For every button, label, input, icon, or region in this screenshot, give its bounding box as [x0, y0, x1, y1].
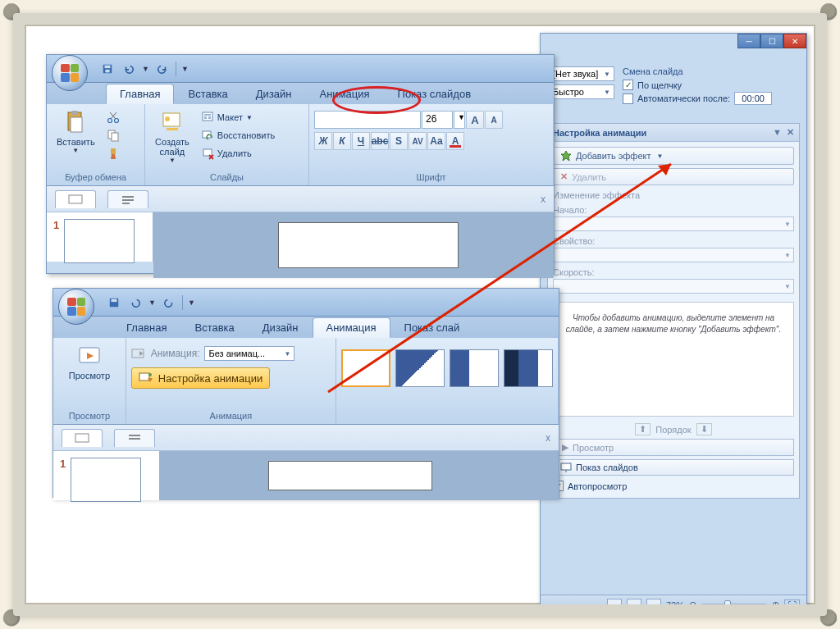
underline-button[interactable]: Ч	[352, 132, 370, 150]
redo-icon[interactable]	[154, 61, 171, 77]
case-button[interactable]: Aa	[427, 132, 445, 150]
sound-combo[interactable]: [Нет звука]▼	[549, 66, 614, 81]
auto-after-time[interactable]: 00:00	[734, 92, 772, 105]
play-button[interactable]: ▶ Просмотр	[553, 439, 794, 456]
save-icon[interactable]	[99, 61, 116, 77]
slide-thumbnail[interactable]: 1	[53, 219, 146, 263]
normal-view-icon[interactable]	[607, 599, 622, 612]
tab-slideshow[interactable]: Показ слайдов	[384, 84, 486, 104]
tab-animation[interactable]: Анимация	[306, 84, 384, 104]
outline-tab[interactable]	[114, 429, 155, 447]
svg-rect-5	[105, 69, 109, 72]
tab-home[interactable]: Главная	[112, 317, 180, 338]
paste-button[interactable]: Вставить ▼	[52, 106, 100, 157]
outline-tab[interactable]	[107, 190, 148, 208]
svg-rect-24	[203, 149, 212, 156]
sound-value: [Нет звука]	[553, 69, 598, 79]
tab-design[interactable]: Дизайн	[242, 84, 306, 104]
undo-icon[interactable]	[121, 61, 137, 77]
screenshot-animation-ribbon: ▼ ▼ Главная Вставка Дизайн Анимация Пока…	[52, 288, 559, 498]
tab-home[interactable]: Главная	[106, 84, 174, 104]
zoom-slider[interactable]	[701, 604, 767, 607]
reset-button[interactable]: Восстановить	[198, 127, 278, 144]
spacing-button[interactable]: AV	[409, 132, 427, 150]
svg-rect-7	[71, 111, 78, 115]
undo-icon[interactable]	[127, 294, 144, 311]
svg-rect-1	[561, 463, 571, 470]
start-label: Начало:	[553, 205, 794, 215]
minimize-button[interactable]: ─	[737, 34, 760, 48]
svg-point-17	[165, 116, 170, 121]
transition-thumb[interactable]	[450, 349, 499, 387]
add-effect-label: Добавить эффект	[576, 151, 651, 161]
office-button[interactable]	[58, 289, 94, 325]
save-icon[interactable]	[106, 294, 122, 311]
autopreview-checkbox[interactable]: ✓Автопросмотр	[553, 481, 794, 491]
shrink-font-button[interactable]: A	[485, 111, 503, 129]
transition-none[interactable]	[341, 349, 390, 387]
slideshow-view-icon[interactable]	[646, 599, 661, 612]
copy-button[interactable]	[103, 127, 123, 144]
fit-icon[interactable]: ⛶	[784, 599, 800, 611]
outline-close[interactable]: x	[546, 432, 550, 444]
transition-thumb[interactable]	[395, 349, 445, 387]
font-size-combo[interactable]: 26	[422, 111, 453, 129]
qat-customize-icon[interactable]: ▼	[188, 299, 195, 307]
on-click-label: По щелчку	[637, 80, 682, 90]
new-slide-button[interactable]: Создать слайд ▼	[150, 106, 194, 167]
taskpane-menu-icon[interactable]: ▼	[773, 127, 782, 138]
animation-label: Анимация:	[151, 348, 200, 359]
slide-number: 1	[53, 219, 59, 231]
modify-effect-label: Изменение эффекта	[553, 190, 794, 200]
tab-slideshow[interactable]: Показ слай	[390, 317, 474, 338]
tab-animation[interactable]: Анимация	[313, 317, 390, 338]
office-button[interactable]	[52, 55, 88, 91]
close-button[interactable]: ✕	[783, 34, 806, 48]
zoom-in-icon[interactable]: ⊕	[772, 599, 779, 610]
redo-icon[interactable]	[161, 294, 177, 311]
slide-canvas[interactable]	[268, 461, 432, 490]
new-slide-label: Создать слайд	[155, 137, 189, 157]
slides-tab[interactable]	[62, 429, 103, 447]
maximize-button[interactable]: ☐	[760, 34, 783, 48]
strike-button[interactable]: abc	[371, 132, 389, 150]
taskpane-close-icon[interactable]: ✕	[787, 127, 794, 138]
layout-button[interactable]: Макет ▼	[198, 109, 278, 125]
transition-thumb[interactable]	[504, 349, 553, 387]
preview-button[interactable]: Просмотр	[64, 340, 115, 384]
slide-canvas[interactable]	[278, 222, 459, 268]
cut-button[interactable]	[103, 109, 123, 125]
font-size-dropdown[interactable]: ▼	[454, 111, 465, 129]
undo-dropdown-icon[interactable]: ▼	[142, 65, 149, 73]
font-color-button[interactable]: A	[446, 132, 464, 150]
add-effect-button[interactable]: Добавить эффект ▼	[553, 147, 794, 165]
advance-slide-title: Смена слайда	[623, 66, 798, 76]
italic-button[interactable]: К	[333, 132, 351, 150]
shadow-button[interactable]: S	[390, 132, 408, 150]
speed-combo[interactable]: Быстро▼	[549, 84, 614, 99]
qat-customize-icon[interactable]: ▼	[181, 65, 189, 73]
outline-close[interactable]: x	[541, 194, 546, 205]
zoom-out-icon[interactable]: ⊖	[689, 599, 696, 610]
on-click-checkbox[interactable]: ✓По щелчку	[623, 80, 798, 90]
slide-thumbnail[interactable]: 1	[60, 458, 153, 502]
delete-button[interactable]: Удалить	[198, 145, 278, 162]
bold-button[interactable]: Ж	[314, 132, 332, 150]
custom-animation-button[interactable]: Настройка анимации	[131, 367, 270, 389]
screenshot-home-ribbon: ▼ ▼ Главная Вставка Дизайн Анимация Пока…	[46, 54, 555, 274]
slides-tab[interactable]	[55, 190, 96, 208]
animation-combo[interactable]: Без анимац...▼	[204, 346, 294, 361]
grow-font-button[interactable]: A	[466, 111, 484, 129]
font-name-combo[interactable]	[314, 111, 421, 129]
tab-insert[interactable]: Вставка	[180, 317, 248, 338]
font-group-label: Шрифт	[314, 171, 548, 184]
slide-thumbnail-list: 1	[53, 451, 160, 500]
sorter-view-icon[interactable]	[627, 599, 641, 612]
undo-dropdown-icon[interactable]: ▼	[148, 299, 156, 307]
tab-insert[interactable]: Вставка	[174, 84, 241, 104]
format-painter-button[interactable]	[103, 145, 123, 162]
auto-after-checkbox[interactable]: Автоматически после: 00:00	[623, 92, 798, 105]
preview-group-label: Просмотр	[58, 409, 121, 422]
slideshow-button[interactable]: Показ слайдов	[553, 459, 794, 476]
tab-design[interactable]: Дизайн	[249, 317, 313, 338]
